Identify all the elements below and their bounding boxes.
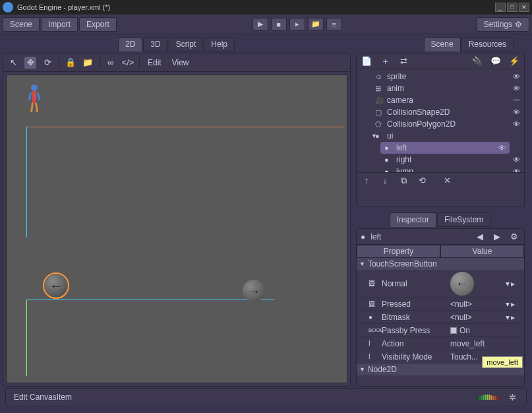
tab-3d[interactable]: 3D (143, 37, 167, 51)
maximize-button[interactable]: □ (507, 3, 517, 12)
dot-icon: ● (369, 313, 379, 321)
visibility-icon[interactable]: 👁 (498, 144, 506, 152)
tree-item-CollisionShape2D[interactable]: ▢CollisionShape2D👁 (357, 106, 524, 118)
play-scene-button[interactable]: ▸ (289, 18, 305, 31)
smiley-icon: ☺ (375, 73, 384, 80)
minimize-button[interactable]: _ (495, 3, 506, 12)
touch-button-right[interactable]: → (243, 280, 265, 302)
update-spinner-icon[interactable]: ✲ (506, 391, 518, 403)
reimport-icon[interactable]: ⟲ (416, 175, 428, 187)
tab-help[interactable]: Help (204, 37, 235, 51)
list-button[interactable]: ≡ (326, 18, 342, 31)
poly-icon: ⬠ (375, 120, 384, 129)
bool-icon: BOOL (369, 327, 379, 333)
tab-inspector[interactable]: Inspector (390, 212, 436, 227)
play-button[interactable]: ▶ (252, 18, 268, 31)
tree-label: left (396, 143, 498, 152)
chevron-right-icon[interactable]: ▸ (511, 313, 515, 322)
reparent-icon[interactable]: ⇄ (398, 55, 409, 67)
scene-menu[interactable]: Scene (3, 17, 40, 32)
normal-texture-thumb[interactable]: ← (450, 272, 474, 296)
status-text: Edit CanvasItem (14, 393, 477, 402)
tree-label: ui (387, 131, 524, 141)
text-icon: I (369, 340, 379, 347)
tree-item-anim[interactable]: ⊞anim👁 (357, 82, 524, 94)
visibility-icon[interactable]: 👁 (513, 168, 520, 172)
tree-item-CollisionPolygon2D[interactable]: ⬠CollisionPolygon2D👁 (357, 118, 524, 130)
inspector-settings-icon[interactable]: ⚙ (508, 231, 520, 243)
inspector-node-name: left (370, 232, 469, 241)
guide-horizontal-blue (26, 300, 274, 300)
window-title: Godot Engine - player.xml (*) (17, 3, 495, 11)
tab-2d[interactable]: 2D (118, 37, 142, 51)
import-menu[interactable]: Import (41, 17, 78, 32)
chevron-down-icon[interactable]: ▾ (506, 313, 510, 322)
move-down-icon[interactable]: ↓ (379, 175, 391, 187)
tree-item-right[interactable]: ●right👁 (357, 154, 524, 166)
history-fwd-icon[interactable]: ▶ (491, 231, 503, 243)
new-node-icon[interactable]: 📄 (361, 55, 372, 67)
tree-label: CollisionShape2D (387, 108, 513, 117)
settings-button[interactable]: Settings⚙ (477, 17, 529, 32)
history-back-icon[interactable]: ◀ (474, 231, 486, 243)
stop-button[interactable]: ■ (271, 18, 287, 31)
viewport-view-menu[interactable]: View (169, 57, 192, 69)
viewport-canvas[interactable]: ← → (6, 75, 347, 383)
close-button[interactable]: ✕ (519, 3, 529, 12)
add-node-icon[interactable]: ＋ (379, 55, 391, 67)
chevron-down-icon[interactable]: ▾ (506, 279, 510, 288)
expand-icon[interactable]: ▼ (371, 133, 377, 139)
prop-bitmask-value[interactable]: <null> (450, 313, 506, 322)
delete-node-icon[interactable]: ✕ (441, 175, 453, 187)
move-tool[interactable]: ✥ (24, 57, 36, 69)
section-touchscreenbutton[interactable]: ▼TouchScreenButton (357, 258, 524, 270)
camera-icon: 🎥 (375, 96, 384, 105)
tab-script[interactable]: Script (169, 37, 204, 51)
prop-pressed-value[interactable]: <null> (450, 300, 506, 309)
passby-checkbox[interactable] (450, 327, 457, 334)
tree-item-left[interactable]: ●left👁 (380, 142, 510, 154)
player-sprite[interactable] (25, 84, 44, 116)
touch-button-left[interactable]: ← (45, 274, 67, 297)
code-icon[interactable]: </> (122, 57, 134, 69)
chevron-right-icon[interactable]: ▸ (511, 300, 515, 309)
tree-item-camera[interactable]: 🎥camera〰 (357, 94, 524, 106)
square-icon: ▢ (375, 108, 384, 117)
script-icon[interactable]: ⚡ (508, 55, 520, 67)
tree-item-ui[interactable]: ▼●ui (357, 130, 524, 142)
lock-icon[interactable]: 🔒 (65, 57, 76, 69)
tab-filesystem[interactable]: FileSystem (437, 212, 490, 227)
visibility-icon[interactable]: 👁 (513, 73, 520, 80)
tree-label: right (396, 155, 513, 164)
tab-scene[interactable]: Scene (424, 37, 461, 51)
connect-icon[interactable]: 🔌 (471, 55, 483, 67)
tree-item-sprite[interactable]: ☺sprite👁 (357, 71, 524, 82)
tree-label: CollisionPolygon2D (387, 119, 513, 129)
move-up-icon[interactable]: ↑ (361, 175, 372, 187)
guide-horizontal (26, 127, 344, 127)
film-icon: ⊞ (375, 84, 384, 93)
gear-icon: ⚙ (515, 20, 522, 29)
rotate-tool[interactable]: ⟳ (42, 57, 53, 69)
chevron-down-icon[interactable]: ▾ (506, 300, 510, 309)
visibility-icon[interactable]: 👁 (513, 84, 520, 92)
select-tool[interactable]: ↖ (7, 57, 19, 69)
group-icon[interactable]: 📁 (82, 57, 94, 69)
visibility-icon[interactable]: 👁 (513, 108, 520, 116)
tab-resources[interactable]: Resources (461, 37, 514, 51)
tree-item-jump[interactable]: ●jump👁 (357, 166, 524, 172)
folder-button[interactable]: 📁 (308, 18, 324, 31)
chevron-right-icon[interactable]: ▸ (511, 279, 515, 288)
link-icon[interactable]: ∞ (105, 57, 117, 69)
duplicate-icon[interactable]: ⧉ (398, 175, 409, 187)
prop-bitmask-label: Bitmask (382, 313, 450, 322)
visibility-icon[interactable]: 〰 (513, 96, 520, 104)
col-value: Value (440, 245, 524, 258)
prop-action-value[interactable]: move_left (450, 339, 506, 348)
visibility-icon[interactable]: 👁 (513, 120, 520, 128)
visibility-icon[interactable]: 👁 (513, 156, 520, 164)
scene-tree[interactable]: ☺sprite👁⊞anim👁🎥camera〰▢CollisionShape2D👁… (357, 69, 524, 172)
viewport-edit-menu[interactable]: Edit (145, 57, 164, 69)
export-menu[interactable]: Export (79, 17, 117, 32)
signal-icon[interactable]: 💬 (490, 55, 502, 67)
